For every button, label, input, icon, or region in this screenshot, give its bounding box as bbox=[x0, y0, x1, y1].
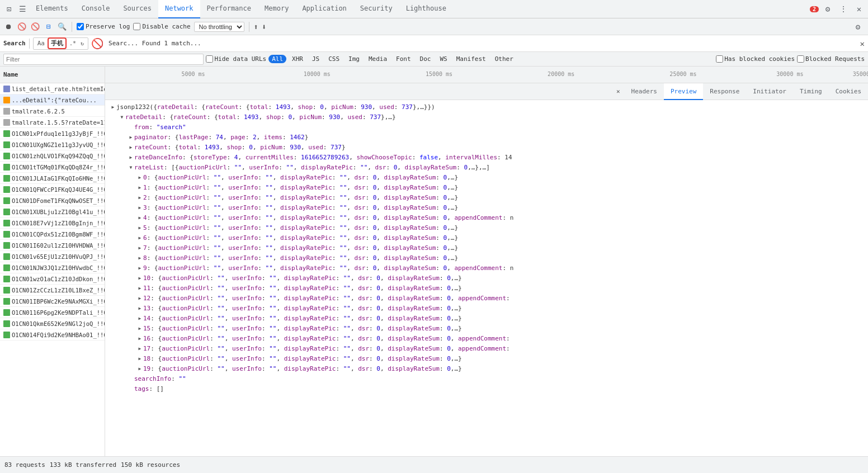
blocked-requests-label[interactable]: Blocked Requests bbox=[797, 55, 865, 63]
search-query-btn[interactable]: 手机 bbox=[48, 37, 67, 49]
type-img-button[interactable]: Img bbox=[345, 55, 363, 63]
export-button[interactable]: ⬇ bbox=[262, 22, 266, 31]
toggle-icon[interactable] bbox=[136, 335, 143, 342]
tab-security[interactable]: Security bbox=[353, 0, 399, 18]
list-item[interactable]: tmallrate.1.5.5?rateDate=1125315363250_2… bbox=[0, 117, 105, 128]
list-item[interactable]: O1CN01wzO1aC1zZ10JdDkon_!!0-rate.jpg_40x… bbox=[0, 273, 105, 285]
list-item[interactable]: ...eDetail":{"rateCou... bbox=[0, 94, 105, 106]
toggle-icon[interactable] bbox=[136, 195, 143, 201]
list-item[interactable]: O1CN01QFWCcP1FKqQJ4UE4G_!!0-rate.jpg_40x… bbox=[0, 184, 105, 195]
list-item[interactable]: O1CN01IBP6Wc2Ke9NAxMGXi_!!0-rate.jpg_40x… bbox=[0, 296, 105, 307]
preserve-log-checkbox[interactable] bbox=[77, 23, 84, 30]
disable-cache-label[interactable]: Disable cache bbox=[133, 23, 190, 30]
tab-cookies[interactable]: Cookies bbox=[829, 83, 868, 100]
toggle-icon[interactable] bbox=[128, 164, 134, 171]
toggle-icon[interactable] bbox=[136, 255, 143, 262]
list-item[interactable]: O1CN014FQi9d2Ke9NHBAo01_!!0-rate.jpg_40x… bbox=[0, 329, 105, 340]
toggle-icon[interactable] bbox=[136, 245, 143, 252]
toggle-icon[interactable] bbox=[128, 134, 134, 141]
tab-application[interactable]: Application bbox=[295, 0, 353, 18]
toggle-icon[interactable] bbox=[110, 104, 116, 111]
toggle-icon[interactable] bbox=[136, 305, 143, 312]
tab-elements[interactable]: Elements bbox=[29, 0, 75, 18]
list-item[interactable]: O1CN0116P6pg2Ke9NDPTali_!!0-rate.jpg_40x… bbox=[0, 307, 105, 318]
toggle-icon[interactable] bbox=[136, 185, 143, 191]
toggle-icon[interactable] bbox=[136, 366, 143, 372]
filter-toggle-button[interactable]: ⊟ bbox=[44, 22, 54, 32]
toggle-icon[interactable] bbox=[128, 144, 134, 151]
list-item[interactable]: O1CN01UXgNGZ1e11g3JyvUQ_!!0-rate.jpg_40x… bbox=[0, 139, 105, 150]
tab-sources[interactable]: Sources bbox=[116, 0, 158, 18]
regex-button[interactable]: .* bbox=[68, 40, 78, 47]
toggle-icon[interactable] bbox=[136, 225, 143, 231]
has-blocked-cookies-label[interactable]: Has blocked cookies bbox=[716, 55, 795, 63]
type-js-button[interactable]: JS bbox=[309, 55, 323, 63]
list-item[interactable]: O1CN01NJW3JQ1zZ10HVwdbC_!!0-rate.jpg_40x… bbox=[0, 262, 105, 273]
tab-memory[interactable]: Memory bbox=[258, 0, 295, 18]
toggle-icon[interactable] bbox=[136, 295, 143, 302]
list-item[interactable]: O1CN01v65EjU1zZ10HVuQPJ_!!0-rate.jpg_40x… bbox=[0, 251, 105, 262]
toggle-icon[interactable] bbox=[136, 205, 143, 211]
type-ws-button[interactable]: WS bbox=[436, 55, 450, 63]
type-media-button[interactable]: Media bbox=[365, 55, 390, 63]
type-all-button[interactable]: All bbox=[268, 55, 286, 63]
tab-lighthouse[interactable]: Lighthouse bbox=[399, 0, 453, 18]
type-xhr-button[interactable]: XHR bbox=[289, 55, 306, 63]
search-button[interactable]: 🔍 bbox=[57, 22, 67, 32]
tab-preview[interactable]: Preview bbox=[664, 83, 703, 100]
list-item[interactable]: O1CN018E7vVj1zZ10BgInjn_!!0-rate.jpg_40x… bbox=[0, 217, 105, 229]
toggle-icon[interactable] bbox=[136, 265, 143, 272]
stop-button[interactable]: 🚫 bbox=[17, 22, 27, 32]
list-item[interactable]: O1CN01tTGMq01FKqQDq8Z4r_!!0-rate.jpg_40x… bbox=[0, 162, 105, 173]
toggle-icon[interactable] bbox=[136, 174, 143, 181]
refresh-button[interactable]: ↻ bbox=[79, 40, 86, 47]
toggle-icon[interactable] bbox=[128, 154, 134, 161]
filter-input[interactable] bbox=[3, 54, 204, 65]
throttle-select[interactable]: No throttling bbox=[194, 22, 244, 32]
toggle-icon[interactable] bbox=[136, 315, 143, 322]
list-item[interactable]: O1CN01zhQLVO1FKqQ94ZQqQ_!!0-rate.jpg_40x… bbox=[0, 150, 105, 162]
toggle-icon[interactable] bbox=[136, 346, 143, 352]
hide-data-urls-label[interactable]: Hide data URLs bbox=[206, 55, 266, 63]
list-item[interactable]: tmallrate.6.2.5 bbox=[0, 106, 105, 117]
toggle-icon[interactable] bbox=[136, 275, 143, 282]
record-button[interactable]: ⏺ bbox=[3, 22, 13, 32]
toggle-icon[interactable] bbox=[136, 325, 143, 332]
list-item[interactable]: O1CN01CQPdx51zZ10Bgm8WF_!!0-rate.jpg_40x… bbox=[0, 229, 105, 240]
tab-network[interactable]: Network bbox=[158, 0, 200, 18]
type-manifest-button[interactable]: Manifest bbox=[453, 55, 489, 63]
blocked-requests-checkbox[interactable] bbox=[797, 55, 804, 63]
disable-cache-checkbox[interactable] bbox=[133, 23, 140, 30]
more-icon[interactable]: ⋮ bbox=[837, 2, 850, 16]
tab-console[interactable]: Console bbox=[75, 0, 117, 18]
close-panel-button[interactable]: ✕ bbox=[612, 83, 625, 100]
toggle-icon[interactable] bbox=[136, 356, 143, 362]
has-blocked-cookies-checkbox[interactable] bbox=[716, 55, 723, 63]
tab-initiator[interactable]: Initiator bbox=[746, 83, 793, 100]
devtools-icon-layout[interactable]: ☰ bbox=[16, 2, 29, 16]
settings-network-icon[interactable]: ⚙ bbox=[851, 20, 865, 34]
list-item[interactable]: list_detail_rate.htm?itemId=637718172384… bbox=[0, 83, 105, 94]
type-css-button[interactable]: CSS bbox=[325, 55, 343, 63]
settings-icon[interactable]: ⚙ bbox=[821, 2, 834, 16]
type-doc-button[interactable]: Doc bbox=[417, 55, 435, 63]
type-font-button[interactable]: Font bbox=[393, 55, 414, 63]
tab-headers[interactable]: Headers bbox=[625, 83, 664, 100]
toggle-icon[interactable] bbox=[136, 285, 143, 292]
devtools-icon-left[interactable]: ⊡ bbox=[2, 2, 16, 16]
hide-data-urls-checkbox[interactable] bbox=[206, 55, 213, 63]
toggle-icon[interactable] bbox=[119, 114, 125, 121]
list-item[interactable]: O1CN01I602ul1zZ10HVHDWA_!!0-rate.jpg_40x… bbox=[0, 240, 105, 251]
clear-search-button[interactable]: 🚫 bbox=[91, 37, 104, 50]
import-button[interactable]: ⬆ bbox=[254, 22, 258, 31]
close-icon[interactable]: ✕ bbox=[852, 2, 866, 16]
preserve-log-label[interactable]: Preserve log bbox=[77, 23, 130, 30]
list-item[interactable]: O1CN01XUBLju1zZ10Bgl41u_!!0-rate.jpg_40x… bbox=[0, 206, 105, 217]
clear-button[interactable]: 🚫 bbox=[30, 22, 40, 32]
list-item[interactable]: O1CN01ZzCCzL1zZ10L1BxeZ_!!0-rate.jpg_40x… bbox=[0, 285, 105, 296]
close-search-button[interactable]: ✕ bbox=[860, 39, 865, 48]
list-item[interactable]: O1CN01QkmE652Ke9NGl2joQ_!!0-rate.jpg_40x… bbox=[0, 318, 105, 329]
toggle-icon[interactable] bbox=[136, 235, 143, 242]
tab-response[interactable]: Response bbox=[703, 83, 746, 100]
type-other-button[interactable]: Other bbox=[492, 55, 517, 63]
